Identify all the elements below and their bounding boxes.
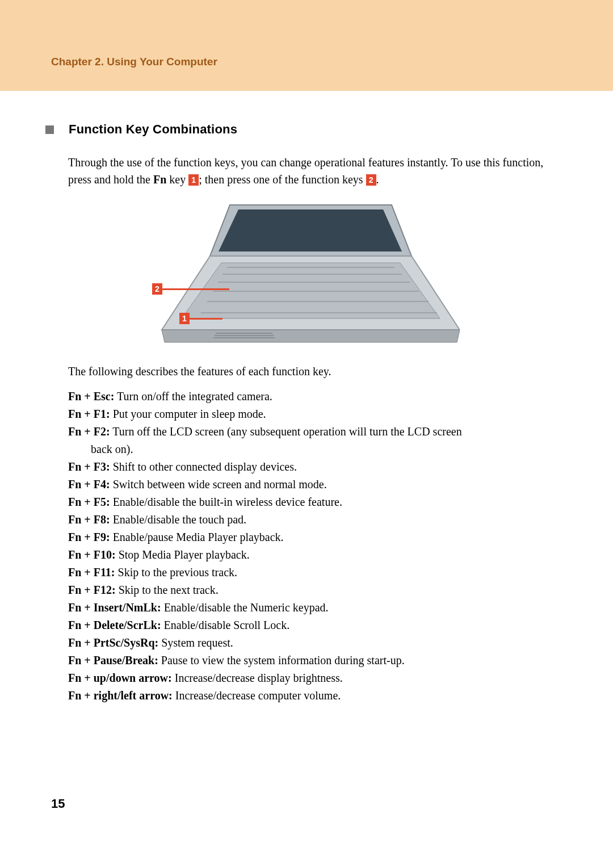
page-content: Function Key Combinations Through the us… — [0, 91, 613, 705]
fn-key-desc: Enable/pause Media Player playback. — [110, 531, 284, 543]
callout-marker-1: 1 — [188, 174, 199, 186]
fn-key-item: Fn + F11: Skip to the previous track. — [68, 564, 545, 581]
section-title: Function Key Combinations — [69, 122, 237, 137]
description-line: The following describes the features of … — [68, 363, 545, 380]
callout-marker-2: 2 — [366, 174, 376, 186]
fn-key-desc: Enable/disable the built-in wireless dev… — [110, 496, 342, 508]
fn-key-desc: Increase/decrease display brightness. — [172, 672, 343, 684]
function-key-list: Fn + Esc: Turn on/off the integrated cam… — [68, 388, 545, 705]
fn-key-desc: Shift to other connected display devices… — [110, 460, 297, 473]
fn-key-combo: Fn + F5: — [68, 496, 110, 508]
fn-key-desc: Enable/disable the Numeric keypad. — [161, 601, 329, 614]
fn-key-item: Fn + PrtSc/SysRq: System request. — [68, 634, 545, 652]
fn-key-item: Fn + Insert/NmLk: Enable/disable the Num… — [68, 599, 545, 617]
fn-key-desc: Enable/disable the touch pad. — [110, 513, 246, 526]
fn-key-desc: Put your computer in sleep mode. — [110, 408, 266, 420]
callout-2: 2 — [152, 283, 229, 295]
fn-key-combo: Fn + PrtSc/SysRq: — [68, 636, 158, 649]
fn-key-desc: Enable/disable Scroll Lock. — [161, 619, 290, 631]
fn-key-combo: Fn + right/left arrow: — [68, 689, 173, 702]
fn-key-item: Fn + Delete/ScrLk: Enable/disable Scroll… — [68, 617, 545, 634]
fn-key-combo: Fn + Esc: — [68, 390, 114, 402]
fn-key-desc: Increase/decrease computer volume. — [173, 689, 341, 702]
fn-key-combo: Fn + Pause/Break: — [68, 654, 158, 666]
fn-key-desc: Skip to the next track. — [116, 584, 219, 596]
square-bullet-icon — [45, 125, 54, 134]
fn-key-combo: Fn + F8: — [68, 513, 110, 526]
fn-key-combo: Fn + F1: — [68, 408, 110, 420]
callout-line — [162, 288, 229, 290]
fn-key-item: Fn + F5: Enable/disable the built-in wir… — [68, 493, 545, 511]
fn-key-desc: Turn on/off the integrated camera. — [114, 390, 272, 402]
fn-key-item: Fn + F10: Stop Media Player playback. — [68, 546, 545, 564]
intro-paragraph: Through the use of the function keys, yo… — [68, 154, 545, 188]
fn-key-label: Fn — [153, 173, 166, 186]
intro-text: . — [376, 173, 379, 186]
fn-key-item: Fn + Pause/Break: Pause to view the syst… — [68, 652, 545, 669]
callout-line — [190, 318, 222, 320]
fn-key-item: Fn + F3: Shift to other connected displa… — [68, 458, 545, 476]
fn-key-desc: Turn off the LCD screen (any subsequent … — [110, 425, 462, 438]
page-number: 15 — [51, 796, 65, 811]
callout-1: 1 — [179, 313, 222, 324]
callout-marker-2: 2 — [152, 283, 162, 295]
fn-key-desc-cont: back on). — [68, 441, 545, 458]
fn-key-item: Fn + F4: Switch between wide screen and … — [68, 476, 545, 493]
fn-key-combo: Fn + Insert/NmLk: — [68, 601, 161, 614]
svg-marker-1 — [219, 209, 402, 251]
section-heading: Function Key Combinations — [45, 122, 545, 137]
fn-key-desc: Pause to view the system information dur… — [158, 654, 405, 666]
document-page: Chapter 2. Using Your Computer Function … — [0, 0, 613, 868]
fn-key-combo: Fn + F2: — [68, 425, 110, 438]
chapter-title: Chapter 2. Using Your Computer — [51, 56, 217, 68]
fn-key-combo: Fn + F4: — [68, 478, 110, 490]
fn-key-item: Fn + F9: Enable/pause Media Player playb… — [68, 529, 545, 546]
fn-key-item: Fn + right/left arrow: Increase/decrease… — [68, 687, 545, 705]
fn-key-desc: Stop Media Player playback. — [116, 548, 250, 561]
fn-key-combo: Fn + Delete/ScrLk: — [68, 619, 161, 631]
fn-key-combo: Fn + F3: — [68, 460, 110, 473]
intro-text: key — [166, 173, 188, 186]
fn-key-combo: Fn + F9: — [68, 531, 110, 543]
chapter-header: Chapter 2. Using Your Computer — [0, 0, 613, 91]
fn-key-combo: Fn + F10: — [68, 548, 116, 561]
fn-key-item: Fn + up/down arrow: Increase/decrease di… — [68, 669, 545, 687]
fn-key-item: Fn + F1: Put your computer in sleep mode… — [68, 405, 545, 423]
fn-key-combo: Fn + up/down arrow: — [68, 672, 172, 684]
callout-marker-1: 1 — [179, 313, 190, 324]
fn-key-desc: System request. — [158, 636, 233, 649]
svg-marker-3 — [162, 330, 460, 342]
fn-key-desc: Skip to the previous track. — [115, 566, 238, 578]
fn-key-item: Fn + F8: Enable/disable the touch pad. — [68, 511, 545, 529]
fn-key-item: Fn + Esc: Turn on/off the integrated cam… — [68, 388, 545, 405]
fn-key-combo: Fn + F12: — [68, 584, 116, 596]
fn-key-combo: Fn + F11: — [68, 566, 115, 578]
fn-key-item: Fn + F2: Turn off the LCD screen (any su… — [68, 423, 545, 458]
intro-text: ; then press one of the function keys — [199, 173, 366, 186]
fn-key-desc: Switch between wide screen and normal mo… — [110, 478, 327, 490]
laptop-svg-icon — [153, 199, 460, 353]
laptop-illustration: 2 1 — [153, 199, 460, 353]
fn-key-item: Fn + F12: Skip to the next track. — [68, 581, 545, 599]
